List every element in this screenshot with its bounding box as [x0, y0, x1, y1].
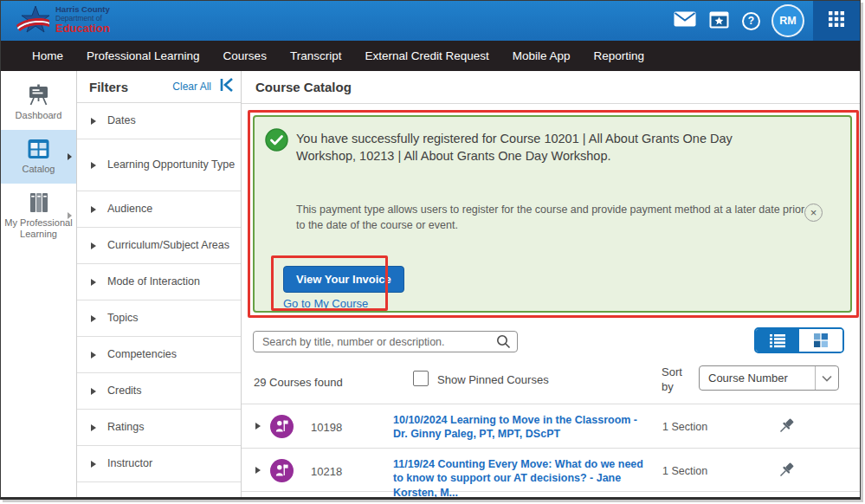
- filter-item-topics[interactable]: Topics: [77, 300, 241, 337]
- filter-label: Audience: [107, 201, 237, 216]
- filter-item-credits[interactable]: Credits: [77, 373, 241, 410]
- course-list: 10198 10/10/2024 Learning to Move in the…: [242, 404, 860, 492]
- sort-by-label: Sort by: [662, 365, 694, 395]
- payment-note: This payment type allows users to regist…: [296, 202, 805, 233]
- nav-item-home[interactable]: Home: [32, 49, 63, 62]
- filter-label: Competencies: [107, 346, 237, 362]
- success-check-icon: [265, 128, 288, 155]
- filter-label: Ratings: [107, 419, 237, 435]
- expand-row-icon[interactable]: [255, 467, 261, 474]
- nav-item-mobile-app[interactable]: Mobile App: [513, 49, 571, 62]
- course-type-icon: [270, 415, 294, 442]
- icon-sidebar: Dashboard Catalog: [1, 71, 77, 498]
- expand-caret-icon: [91, 461, 96, 468]
- nav-item-transcript[interactable]: Transcript: [290, 49, 342, 62]
- logo-star-icon: [15, 4, 51, 36]
- expand-caret-icon: [91, 315, 96, 322]
- pin-icon[interactable]: [777, 417, 796, 439]
- filter-label: Curriculum/Subject Areas: [107, 237, 237, 253]
- help-icon[interactable]: ?: [742, 12, 760, 30]
- nav-item-reporting[interactable]: Reporting: [594, 49, 645, 62]
- books-icon: [28, 191, 50, 214]
- filter-item-learning-opportunity-type[interactable]: Learning Opportunity Type: [77, 139, 241, 191]
- show-pinned-checkbox[interactable]: [413, 371, 429, 386]
- list-view-icon: [769, 333, 786, 348]
- course-title-link[interactable]: 11/19/24 Counting Every Move: What do we…: [393, 457, 655, 500]
- filter-item-curriculum-subject-areas[interactable]: Curriculum/Subject Areas: [77, 228, 241, 264]
- expand-row-icon[interactable]: [255, 423, 261, 430]
- pin-icon[interactable]: [777, 461, 796, 483]
- page-title: Course Catalog: [255, 80, 352, 94]
- main-panel: Course Catalog You have successfully reg…: [242, 71, 860, 498]
- mail-icon[interactable]: [674, 11, 696, 30]
- logo-line1: Harris County: [55, 5, 110, 14]
- filters-title: Filters: [89, 80, 172, 94]
- header-icon-group: ? RM: [674, 1, 803, 41]
- filter-item-ratings[interactable]: Ratings: [77, 410, 241, 446]
- show-pinned-label: Show Pinned Courses: [437, 373, 549, 386]
- filter-item-instructor[interactable]: Instructor: [77, 446, 241, 482]
- close-icon[interactable]: ×: [804, 204, 823, 222]
- sidebar-item-catalog[interactable]: Catalog: [1, 130, 76, 184]
- app-grid-icon[interactable]: [829, 11, 844, 30]
- expand-caret-icon: [91, 424, 96, 431]
- sidebar-item-dashboard[interactable]: Dashboard: [1, 76, 76, 130]
- clear-all-link[interactable]: Clear All: [172, 81, 211, 93]
- nav-item-courses[interactable]: Courses: [223, 49, 267, 62]
- nav-item-external-credit-request[interactable]: External Credit Request: [365, 49, 488, 62]
- expand-caret-icon: [91, 279, 96, 286]
- chevron-down-icon: [815, 366, 838, 390]
- app-window: Harris County Department of Education ?: [0, 0, 861, 500]
- course-row: 10218 11/19/24 Counting Every Move: What…: [242, 448, 860, 492]
- expand-caret-icon: [91, 242, 96, 249]
- expand-caret-icon: [91, 206, 96, 213]
- go-to-my-course-link[interactable]: Go to My Course: [283, 297, 368, 310]
- chevron-right-icon: [68, 212, 72, 219]
- course-number: 10198: [311, 421, 342, 434]
- collapse-panel-icon[interactable]: [219, 77, 234, 96]
- chevron-right-icon: [68, 153, 72, 160]
- course-type-icon: [270, 459, 294, 486]
- search-input[interactable]: [253, 331, 518, 352]
- sort-selected-value: Course Number: [700, 372, 815, 384]
- course-number: 10218: [311, 465, 342, 478]
- grid-view-icon: [813, 333, 829, 348]
- filter-item-mode-of-interaction[interactable]: Mode of Interaction: [77, 264, 241, 300]
- filter-label: Topics: [107, 310, 237, 326]
- filter-label: Instructor: [107, 456, 237, 471]
- view-invoice-button[interactable]: View Your Invoice: [283, 266, 404, 293]
- page-title-row: Course Catalog: [242, 71, 860, 104]
- dashboard-easel-icon: [27, 84, 50, 107]
- search-icon[interactable]: [496, 334, 511, 352]
- filters-panel: Filters Clear All Dates Learning Opportu…: [77, 71, 242, 498]
- nav-item-professional-learning[interactable]: Professional Learning: [87, 49, 200, 62]
- filter-item-audience[interactable]: Audience: [77, 191, 241, 228]
- filter-item-dates[interactable]: Dates: [77, 103, 241, 139]
- filters-header: Filters Clear All: [77, 71, 241, 103]
- calendar-event-icon[interactable]: [709, 10, 729, 32]
- sidebar-item-my-professional-learning[interactable]: My Professional Learning: [1, 184, 76, 249]
- success-message: You have successfully registered for Cou…: [296, 130, 790, 165]
- user-avatar[interactable]: RM: [773, 6, 803, 36]
- course-title-link[interactable]: 10/10/2024 Learning to Move in the Class…: [393, 413, 655, 442]
- expand-caret-icon: [91, 352, 96, 359]
- sidebar-item-label: Catalog: [23, 164, 55, 176]
- filter-item-competencies[interactable]: Competencies: [77, 337, 241, 373]
- logo-line3: Education: [55, 23, 110, 35]
- grid-view-button[interactable]: [799, 329, 842, 352]
- top-header-bar: Harris County Department of Education ?: [1, 1, 860, 41]
- course-row: 10198 10/10/2024 Learning to Move in the…: [242, 404, 860, 448]
- sidebar-item-label: My Professional Learning: [3, 217, 74, 242]
- app-switcher-strip: [813, 1, 860, 41]
- filter-label: Mode of Interaction: [107, 274, 237, 289]
- expand-caret-icon: [91, 388, 96, 395]
- content-area: Dashboard Catalog: [1, 71, 860, 498]
- list-view-button[interactable]: [756, 329, 799, 352]
- sort-dropdown[interactable]: Course Number: [699, 365, 839, 391]
- registration-success-banner: You have successfully registered for Cou…: [253, 115, 852, 313]
- org-logo[interactable]: Harris County Department of Education: [15, 4, 110, 36]
- course-sections: 1 Section: [662, 465, 707, 477]
- filter-label: Dates: [107, 113, 237, 128]
- catalog-grid-icon: [27, 138, 50, 160]
- results-count: 29 Courses found: [254, 376, 343, 389]
